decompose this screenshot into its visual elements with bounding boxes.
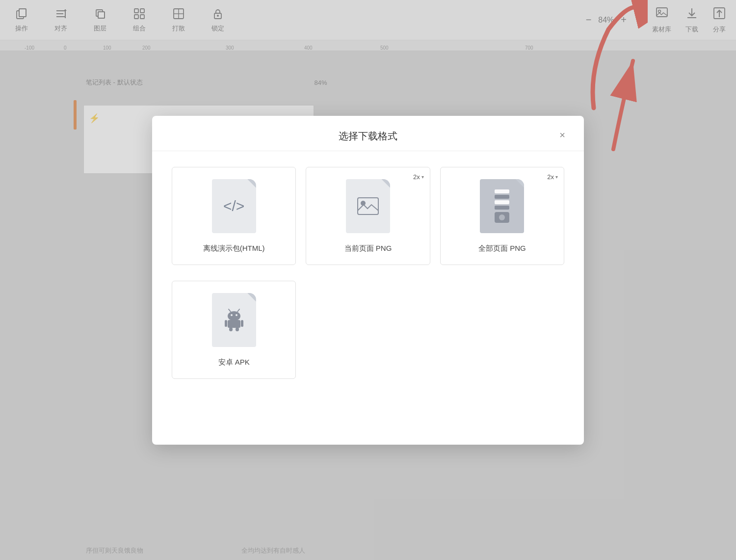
- svg-point-32: [236, 314, 237, 316]
- image-icon: [357, 197, 379, 215]
- all-png-label: 全部页面 PNG: [478, 244, 526, 253]
- android-icon: [224, 308, 244, 332]
- html-format-label: 离线演示包(HTML): [203, 244, 265, 253]
- format-card-all-png[interactable]: 2x ▾ 全部页面 PNG: [440, 167, 564, 265]
- current-png-scale-value: 2x: [413, 173, 420, 181]
- zip-visual: [495, 189, 509, 223]
- zip-stripe-1: [495, 189, 509, 193]
- svg-rect-39: [236, 327, 239, 331]
- zip-hole: [499, 214, 505, 220]
- svg-point-31: [231, 314, 233, 316]
- all-png-chevron-icon: ▾: [555, 174, 558, 180]
- dialog-header: 选择下载格式 ×: [152, 116, 584, 151]
- apk-file-icon: [212, 293, 256, 347]
- html-file-icon: </>: [212, 179, 256, 233]
- zip-stripe-2: [495, 195, 509, 199]
- png-file-icon: [346, 179, 390, 233]
- zip-stripe-3: [495, 200, 509, 204]
- current-png-scale-badge[interactable]: 2x ▾: [413, 173, 424, 181]
- format-grid-bottom: 安卓 APK: [152, 281, 584, 395]
- overlay: 选择下载格式 × </> 离线演示包(HTML) 2x ▾: [0, 0, 736, 560]
- svg-rect-36: [225, 320, 227, 327]
- format-card-html[interactable]: </> 离线演示包(HTML): [172, 167, 296, 265]
- all-png-scale-value: 2x: [547, 173, 554, 181]
- svg-rect-37: [241, 320, 243, 327]
- svg-rect-28: [358, 198, 378, 214]
- svg-line-34: [237, 309, 239, 312]
- dialog-close-button[interactable]: ×: [554, 128, 570, 143]
- code-symbol: </>: [223, 198, 244, 214]
- dialog-title: 选择下载格式: [339, 131, 397, 141]
- svg-point-30: [228, 311, 240, 321]
- zip-stripe-4: [495, 206, 509, 210]
- zip-file-icon: [480, 179, 524, 233]
- svg-rect-38: [229, 327, 233, 331]
- svg-rect-35: [228, 320, 240, 328]
- current-png-label: 当前页面 PNG: [344, 244, 392, 253]
- format-grid: </> 离线演示包(HTML) 2x ▾ 当前页面 PNG: [152, 151, 584, 281]
- scale-chevron-icon: ▾: [421, 174, 424, 180]
- format-card-current-png[interactable]: 2x ▾ 当前页面 PNG: [306, 167, 430, 265]
- format-card-apk[interactable]: 安卓 APK: [172, 281, 296, 379]
- zip-handle: [495, 212, 509, 223]
- svg-line-33: [229, 309, 231, 312]
- download-dialog: 选择下载格式 × </> 离线演示包(HTML) 2x ▾: [152, 116, 584, 445]
- apk-format-label: 安卓 APK: [218, 358, 250, 367]
- all-png-scale-badge[interactable]: 2x ▾: [547, 173, 558, 181]
